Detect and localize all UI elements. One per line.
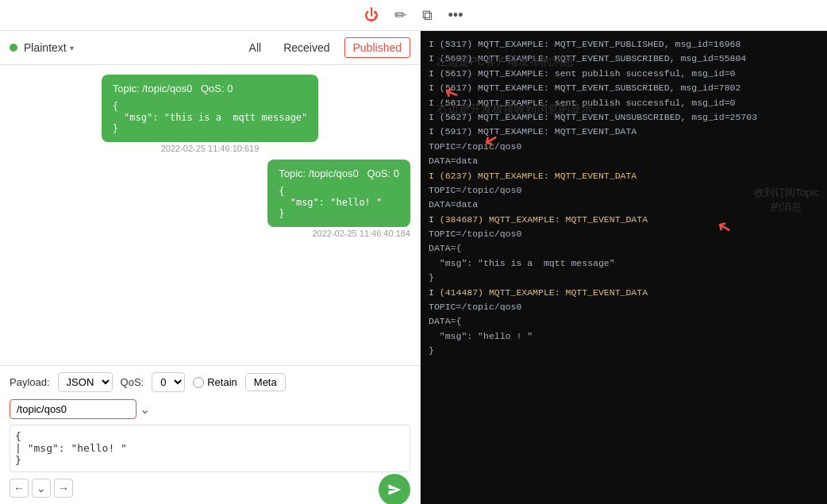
tab-all[interactable]: All <box>241 38 270 57</box>
tab-received[interactable]: Received <box>275 38 337 57</box>
topic-input[interactable] <box>10 399 137 419</box>
right-panel: 左边是PC客户端发布的消息 ➜ 右边是开发板接收到消息的显示 ➜ 收到订阅Top… <box>421 31 827 504</box>
main-layout: Plaintext ▾ All Received Published Topic… <box>0 31 827 504</box>
input-options-row: Payload: JSON QoS: 0 Retain Meta <box>10 372 410 392</box>
payload-format-select[interactable]: JSON <box>58 372 113 392</box>
terminal-line: } <box>429 344 819 358</box>
format-selector[interactable]: Plaintext ▾ <box>24 41 74 54</box>
meta-button[interactable]: Meta <box>245 373 286 391</box>
message-2-body: { "msg": "hello! " } <box>279 186 399 219</box>
topic-dropdown-icon[interactable]: ⌄ <box>137 398 153 420</box>
terminal-line: "msg": "hello ! " <box>429 329 819 344</box>
terminal-line: TOPIC=/topic/qos0 <box>429 140 819 154</box>
tab-published[interactable]: Published <box>344 37 411 58</box>
terminal-line: I (5627) MQTT_EXAMPLE: MQTT_EVENT_UNSUBS… <box>429 110 819 125</box>
left-panel: Plaintext ▾ All Received Published Topic… <box>0 31 421 504</box>
message-1-time: 2022-02-25 11:46:10:619 <box>161 144 260 153</box>
copy-icon[interactable]: ⧉ <box>422 7 433 24</box>
terminal-line: DATA={ <box>429 241 819 256</box>
format-label: Plaintext <box>24 41 67 54</box>
terminal-line: TOPIC=/topic/qos0 <box>429 183 819 198</box>
terminal-line: } <box>429 271 819 285</box>
message-2-time: 2022-02-25 11:46:40:184 <box>312 229 410 238</box>
arrow-right-button[interactable]: → <box>54 479 73 498</box>
more-icon[interactable]: ••• <box>448 7 464 24</box>
retain-radio[interactable] <box>193 377 204 388</box>
toolbar: ⏻ ✏ ⧉ ••• <box>0 0 827 31</box>
terminal-line: I (5607) MQTT_EXAMPLE: MQTT_EVENT_SUBSCR… <box>429 52 819 66</box>
terminal-line: I (6237) MQTT_EXAMPLE: MQTT_EVENT_DATA <box>429 169 819 183</box>
message-1-topic: Topic: /topic/qos0 QoS: 0 <box>113 83 308 94</box>
terminal-line: DATA={ <box>429 314 819 329</box>
terminal-line: TOPIC=/topic/qos0 <box>429 300 819 314</box>
terminal-line: I (5917) MQTT_EXAMPLE: MQTT_EVENT_DATA <box>429 125 819 139</box>
retain-label-text: Retain <box>207 376 237 388</box>
terminal-line: DATA=data <box>429 154 819 168</box>
qos-select[interactable]: 0 <box>152 372 185 392</box>
payload-area: { | "msg": "hello! " } ← ⌄ → <box>10 425 410 498</box>
send-button[interactable] <box>379 474 410 504</box>
topic-row: ⌄ <box>10 398 410 420</box>
terminal-line: I (384687) MQTT_EXAMPLE: MQTT_EVENT_DATA <box>429 213 819 227</box>
terminal[interactable]: I (5317) MQTT_EXAMPLE: MQTT_EVENT_PUBLIS… <box>421 31 827 504</box>
message-bubble-1: Topic: /topic/qos0 QoS: 0 { "msg": "this… <box>102 75 319 142</box>
terminal-line: I (414487) MQTT_EXAMPLE: MQTT_EVENT_DATA <box>429 286 819 300</box>
terminal-line: I (5617) MQTT_EXAMPLE: sent publish succ… <box>429 67 819 81</box>
arrow-left-button[interactable]: ← <box>10 479 29 498</box>
message-1-wrapper: Topic: /topic/qos0 QoS: 0 { "msg": "this… <box>10 75 410 153</box>
message-1-body: { "msg": "this is a mqtt message" } <box>113 101 308 134</box>
retain-option[interactable]: Retain <box>193 376 237 388</box>
message-bubble-2: Topic: /topic/qos0 QoS: 0 { "msg": "hell… <box>267 160 410 227</box>
filter-bar: Plaintext ▾ All Received Published <box>0 31 420 65</box>
terminal-line: DATA=data <box>429 198 819 212</box>
terminal-line: I (5617) MQTT_EXAMPLE: MQTT_EVENT_SUBSCR… <box>429 81 819 95</box>
arrow-buttons: ← ⌄ → <box>10 479 73 498</box>
messages-area: Topic: /topic/qos0 QoS: 0 { "msg": "this… <box>0 65 420 365</box>
terminal-line: I (5317) MQTT_EXAMPLE: MQTT_EVENT_PUBLIS… <box>429 37 819 52</box>
input-area: Payload: JSON QoS: 0 Retain Meta ⌄ { <box>0 365 420 504</box>
message-2-wrapper: Topic: /topic/qos0 QoS: 0 { "msg": "hell… <box>10 160 410 238</box>
qos-label: QoS: <box>121 376 144 388</box>
payload-textarea[interactable]: { | "msg": "hello! " } <box>10 425 410 472</box>
terminal-line: I (5617) MQTT_EXAMPLE: sent publish succ… <box>429 96 819 110</box>
payload-actions: ← ⌄ → <box>10 479 410 498</box>
message-2-topic: Topic: /topic/qos0 QoS: 0 <box>279 167 399 179</box>
terminal-line: "msg": "this is a mqtt message" <box>429 256 819 271</box>
arrow-down-button[interactable]: ⌄ <box>32 479 51 498</box>
chevron-down-icon: ▾ <box>70 44 74 52</box>
power-icon[interactable]: ⏻ <box>364 7 379 24</box>
edit-icon[interactable]: ✏ <box>394 6 406 24</box>
connection-status-dot <box>10 44 17 52</box>
payload-label: Payload: <box>10 376 50 388</box>
terminal-line: TOPIC=/topic/qos0 <box>429 227 819 241</box>
